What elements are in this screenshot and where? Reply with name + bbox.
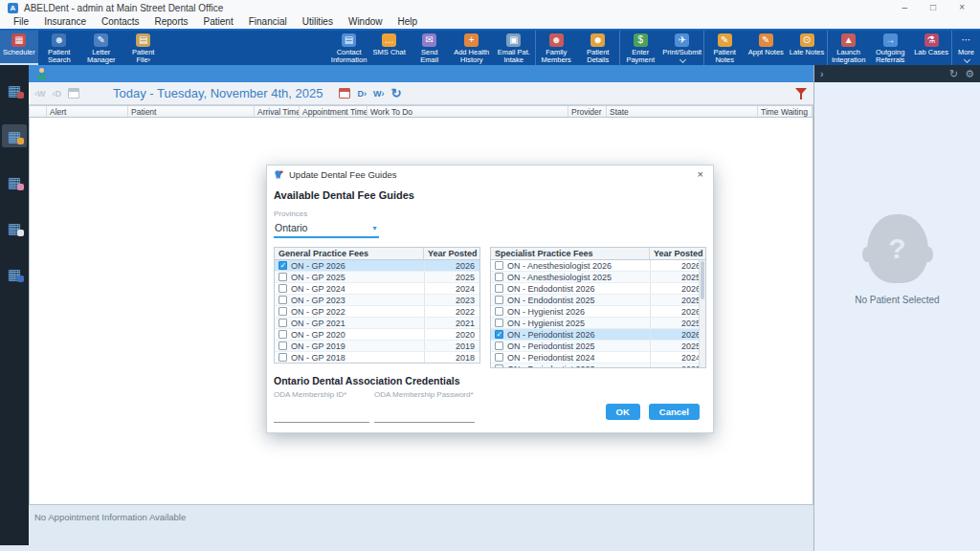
toolbar-button[interactable]: ⊙ Late Notes [787, 31, 827, 65]
appointment-column-header[interactable]: Appointment Time [300, 106, 368, 117]
appointment-column-header[interactable]: Work To Do [368, 106, 568, 117]
toolbar-button[interactable]: → Outgoing Referrals [869, 31, 911, 65]
fee-guide-row[interactable]: ON - Periodontist 2023 2023 [491, 364, 705, 368]
fee-guide-checkbox[interactable] [495, 353, 503, 362]
fee-guide-checkbox[interactable] [495, 307, 503, 316]
fee-guide-row[interactable]: ON - Periodontist 2025 2025 [491, 341, 705, 352]
previous-week-button[interactable]: ‹W [34, 89, 46, 99]
fee-guide-row[interactable]: ON - GP 2023 2023 [275, 295, 479, 306]
collapse-panel-icon[interactable]: › [820, 68, 824, 79]
fee-guide-checkbox[interactable] [278, 307, 287, 316]
ok-button[interactable]: OK [606, 404, 640, 420]
fee-guide-row[interactable]: ON - GP 2022 2022 [275, 306, 479, 318]
menu-item[interactable]: Financial [241, 15, 295, 29]
fee-guide-row[interactable]: ON - Periodontist 2024 2024 [491, 352, 705, 364]
fee-guide-checkbox[interactable] [278, 342, 287, 350]
appointment-column-header[interactable]: Alert [47, 106, 128, 117]
previous-day-button[interactable]: ‹D [53, 89, 62, 99]
fee-guide-checkbox[interactable] [495, 364, 503, 368]
fee-guide-checkbox[interactable] [495, 284, 503, 293]
panel-refresh-icon[interactable]: ↻ [949, 68, 958, 80]
scrollbar[interactable] [699, 260, 705, 367]
menu-item[interactable]: Insurance [36, 15, 94, 29]
fee-guide-checkbox[interactable] [495, 296, 503, 304]
spec-table-header-year[interactable]: Year Posted [650, 248, 705, 259]
fee-guide-checkbox[interactable] [495, 319, 503, 327]
fee-guide-checkbox[interactable] [278, 273, 287, 281]
toolbar-button[interactable]: … SMS Chat [370, 31, 409, 65]
next-week-button[interactable]: W› [373, 89, 385, 99]
fee-guide-row[interactable]: ON - Anesthesiologist 2026 2026 [491, 260, 705, 272]
fee-guide-checkbox[interactable] [495, 342, 503, 350]
fee-guide-row[interactable]: ON - GP 2021 2021 [275, 318, 479, 329]
menu-item[interactable]: Patient [196, 15, 241, 29]
sidebar-view-button[interactable]: ▦ [2, 78, 27, 101]
toolbar-button[interactable]: ✎ Patient Notes [703, 31, 746, 65]
sidebar-view-button[interactable]: ▦ [2, 124, 27, 147]
gp-table-header-name[interactable]: General Practice Fees [275, 248, 424, 259]
filter-icon[interactable] [795, 88, 808, 99]
appointment-column-header[interactable]: Patient [128, 106, 255, 117]
close-button[interactable]: × [959, 0, 965, 15]
menu-item[interactable]: Contacts [94, 15, 146, 29]
toolbar-button[interactable]: ☻ Patient Details [577, 31, 619, 65]
menu-item[interactable]: File [6, 15, 36, 29]
fee-guide-row[interactable]: ON - Anesthesiologist 2025 2025 [491, 272, 705, 283]
scrollbar-thumb[interactable] [701, 261, 704, 299]
toolbar-button[interactable]: ✎ Appt Notes [746, 31, 787, 65]
toolbar-button[interactable]: ⋯ More [951, 31, 980, 65]
gear-icon[interactable]: ⚙ [965, 68, 974, 80]
cancel-button[interactable]: Cancel [649, 404, 700, 420]
fee-guide-row[interactable]: ON - Endodontist 2025 2025 [491, 295, 705, 306]
menu-item[interactable]: Reports [147, 15, 196, 29]
spec-table-header-name[interactable]: Specialist Practice Fees [491, 248, 650, 259]
refresh-icon[interactable]: ↻ [390, 86, 401, 100]
fee-guide-row[interactable]: ON - GP 2026 2026 [275, 260, 479, 272]
dialog-close-icon[interactable]: × [695, 168, 706, 180]
fee-guide-row[interactable]: ON - Periodontist 2026 2026 [491, 329, 705, 341]
minimize-button[interactable]: – [902, 0, 908, 15]
sidebar-view-button[interactable]: ▦ [2, 170, 27, 193]
fee-guide-checkbox[interactable] [495, 261, 503, 270]
appointment-column-header[interactable]: Provider [568, 106, 607, 117]
fee-guide-row[interactable]: ON - Hygienist 2026 2026 [491, 306, 705, 318]
fee-guide-row[interactable]: ON - GP 2018 2018 [275, 352, 479, 364]
appointment-column-header[interactable]: Arrival Time [255, 106, 300, 117]
fee-guide-checkbox[interactable] [495, 273, 503, 281]
menu-item[interactable]: Window [341, 15, 390, 29]
sidebar-view-button[interactable]: ▦ [2, 216, 27, 239]
toolbar-button[interactable]: ▦ Scheduler [0, 31, 38, 65]
fee-guide-row[interactable]: ON - GP 2020 2020 [275, 329, 479, 341]
toolbar-button[interactable]: $ Enter Payment [619, 31, 661, 65]
fee-guide-checkbox[interactable] [278, 353, 287, 362]
sidebar-view-button[interactable]: ▦ [2, 262, 27, 285]
toolbar-button[interactable]: ▤ Contact Information [328, 31, 370, 65]
fee-guide-row[interactable]: ON - GP 2025 2025 [275, 272, 479, 283]
fee-guide-checkbox[interactable] [278, 319, 287, 327]
oda-password-field[interactable] [374, 412, 475, 423]
toolbar-button[interactable]: ✈ Print/Submit [661, 31, 703, 65]
appointment-column-header[interactable]: State [607, 106, 758, 117]
calendar-today-icon[interactable] [339, 88, 350, 99]
maximize-button[interactable]: □ [930, 0, 936, 15]
menu-item[interactable]: Utilities [295, 15, 341, 29]
fee-guide-checkbox[interactable] [278, 261, 287, 270]
toolbar-button[interactable]: ☻ Patient Search [38, 31, 80, 65]
appointment-column-header[interactable] [30, 106, 47, 117]
fee-guide-checkbox[interactable] [278, 330, 287, 339]
gp-table-header-year[interactable]: Year Posted [424, 248, 479, 259]
toolbar-button[interactable]: ✉ Send Email [409, 31, 451, 65]
toolbar-button[interactable]: ⚗ Lab Cases [911, 31, 951, 65]
fee-guide-checkbox[interactable] [495, 330, 503, 339]
toolbar-button[interactable]: ▣ Email Pat. Intake [493, 31, 535, 65]
toolbar-button[interactable]: + Add Health History [451, 31, 493, 65]
calendar-icon[interactable] [68, 88, 79, 99]
toolbar-button[interactable]: ✎ Letter Manager [80, 31, 122, 65]
fee-guide-checkbox[interactable] [278, 284, 287, 293]
toolbar-button[interactable]: ▲ Launch Integration [827, 31, 869, 65]
menu-item[interactable]: Help [390, 15, 426, 29]
toolbar-button[interactable]: ▤ Patient File› [122, 31, 165, 65]
fee-guide-row[interactable]: ON - Endodontist 2026 2026 [491, 283, 705, 295]
fee-guide-checkbox[interactable] [278, 296, 287, 304]
fee-guide-row[interactable]: ON - GP 2024 2024 [275, 283, 479, 295]
